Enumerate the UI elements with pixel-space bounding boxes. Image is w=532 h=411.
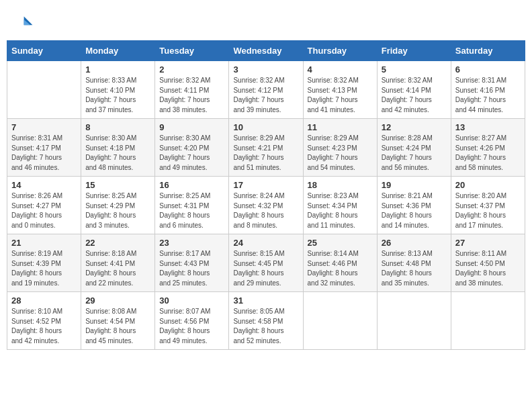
calendar-body: 1Sunrise: 8:33 AM Sunset: 4:10 PM Daylig… <box>7 61 525 350</box>
day-info: Sunrise: 8:17 AM Sunset: 4:43 PM Dayligh… <box>159 249 224 288</box>
logo <box>12 12 36 34</box>
logo-icon <box>12 12 34 34</box>
calendar-cell: 28Sunrise: 8:10 AM Sunset: 4:52 PM Dayli… <box>7 292 81 350</box>
day-number: 13 <box>455 122 521 132</box>
calendar-week-row: 1Sunrise: 8:33 AM Sunset: 4:10 PM Daylig… <box>7 61 525 119</box>
calendar-cell: 16Sunrise: 8:25 AM Sunset: 4:31 PM Dayli… <box>155 177 229 234</box>
day-number: 22 <box>85 238 150 248</box>
day-number: 3 <box>233 64 298 75</box>
calendar-cell: 5Sunrise: 8:32 AM Sunset: 4:14 PM Daylig… <box>377 61 451 119</box>
day-info: Sunrise: 8:25 AM Sunset: 4:31 PM Dayligh… <box>159 191 224 230</box>
calendar-cell: 18Sunrise: 8:23 AM Sunset: 4:34 PM Dayli… <box>303 177 377 234</box>
calendar-header: SundayMondayTuesdayWednesdayThursdayFrid… <box>7 41 525 61</box>
calendar-cell: 9Sunrise: 8:30 AM Sunset: 4:20 PM Daylig… <box>155 119 229 177</box>
day-info: Sunrise: 8:32 AM Sunset: 4:13 PM Dayligh… <box>308 76 373 115</box>
day-of-week-header: Sunday <box>7 41 81 61</box>
calendar-cell: 4Sunrise: 8:32 AM Sunset: 4:13 PM Daylig… <box>303 61 377 119</box>
calendar-cell: 23Sunrise: 8:17 AM Sunset: 4:43 PM Dayli… <box>155 234 229 292</box>
calendar-cell: 30Sunrise: 8:07 AM Sunset: 4:56 PM Dayli… <box>155 292 229 350</box>
page-header <box>0 0 532 40</box>
day-info: Sunrise: 8:24 AM Sunset: 4:32 PM Dayligh… <box>233 191 298 230</box>
calendar-cell: 14Sunrise: 8:26 AM Sunset: 4:27 PM Dayli… <box>7 177 81 234</box>
calendar-table: SundayMondayTuesdayWednesdayThursdayFrid… <box>7 40 525 350</box>
calendar-cell: 20Sunrise: 8:20 AM Sunset: 4:37 PM Dayli… <box>451 177 525 234</box>
day-info: Sunrise: 8:29 AM Sunset: 4:23 PM Dayligh… <box>308 134 373 173</box>
day-number: 25 <box>308 238 373 248</box>
day-number: 12 <box>382 122 447 132</box>
day-of-week-header: Tuesday <box>155 41 229 61</box>
calendar-cell <box>7 61 81 119</box>
calendar-cell: 8Sunrise: 8:30 AM Sunset: 4:18 PM Daylig… <box>81 119 155 177</box>
day-info: Sunrise: 8:31 AM Sunset: 4:17 PM Dayligh… <box>11 134 77 173</box>
calendar-cell: 31Sunrise: 8:05 AM Sunset: 4:58 PM Dayli… <box>229 292 303 350</box>
day-info: Sunrise: 8:30 AM Sunset: 4:18 PM Dayligh… <box>85 134 150 173</box>
calendar-cell: 13Sunrise: 8:27 AM Sunset: 4:26 PM Dayli… <box>451 119 525 177</box>
day-info: Sunrise: 8:32 AM Sunset: 4:11 PM Dayligh… <box>159 76 224 115</box>
day-number: 16 <box>159 180 224 190</box>
day-info: Sunrise: 8:05 AM Sunset: 4:58 PM Dayligh… <box>233 307 298 346</box>
calendar-cell: 19Sunrise: 8:21 AM Sunset: 4:36 PM Dayli… <box>377 177 451 234</box>
calendar-cell: 1Sunrise: 8:33 AM Sunset: 4:10 PM Daylig… <box>81 61 155 119</box>
calendar-cell: 24Sunrise: 8:15 AM Sunset: 4:45 PM Dayli… <box>229 234 303 292</box>
calendar-cell: 26Sunrise: 8:13 AM Sunset: 4:48 PM Dayli… <box>377 234 451 292</box>
day-of-week-header: Wednesday <box>229 41 303 61</box>
day-info: Sunrise: 8:18 AM Sunset: 4:41 PM Dayligh… <box>85 249 150 288</box>
day-number: 1 <box>85 64 150 75</box>
day-number: 21 <box>11 238 77 248</box>
calendar-cell: 7Sunrise: 8:31 AM Sunset: 4:17 PM Daylig… <box>7 119 81 177</box>
day-info: Sunrise: 8:13 AM Sunset: 4:48 PM Dayligh… <box>382 249 447 288</box>
day-number: 28 <box>11 295 77 306</box>
day-number: 15 <box>85 180 150 190</box>
calendar-cell <box>451 292 525 350</box>
day-info: Sunrise: 8:15 AM Sunset: 4:45 PM Dayligh… <box>233 249 298 288</box>
calendar-cell: 10Sunrise: 8:29 AM Sunset: 4:21 PM Dayli… <box>229 119 303 177</box>
day-number: 7 <box>11 122 77 132</box>
calendar-cell: 21Sunrise: 8:19 AM Sunset: 4:39 PM Dayli… <box>7 234 81 292</box>
calendar-cell: 3Sunrise: 8:32 AM Sunset: 4:12 PM Daylig… <box>229 61 303 119</box>
day-number: 8 <box>85 122 150 132</box>
day-number: 5 <box>382 64 447 75</box>
day-info: Sunrise: 8:29 AM Sunset: 4:21 PM Dayligh… <box>233 134 298 173</box>
day-info: Sunrise: 8:25 AM Sunset: 4:29 PM Dayligh… <box>85 191 150 230</box>
calendar-week-row: 14Sunrise: 8:26 AM Sunset: 4:27 PM Dayli… <box>7 177 525 234</box>
day-number: 26 <box>382 238 447 248</box>
day-info: Sunrise: 8:30 AM Sunset: 4:20 PM Dayligh… <box>159 134 224 173</box>
calendar-week-row: 7Sunrise: 8:31 AM Sunset: 4:17 PM Daylig… <box>7 119 525 177</box>
days-of-week-row: SundayMondayTuesdayWednesdayThursdayFrid… <box>7 41 525 61</box>
day-number: 18 <box>308 180 373 190</box>
day-number: 31 <box>233 295 298 306</box>
day-info: Sunrise: 8:26 AM Sunset: 4:27 PM Dayligh… <box>11 191 77 230</box>
day-info: Sunrise: 8:23 AM Sunset: 4:34 PM Dayligh… <box>308 191 373 230</box>
calendar-week-row: 21Sunrise: 8:19 AM Sunset: 4:39 PM Dayli… <box>7 234 525 292</box>
day-of-week-header: Saturday <box>451 41 525 61</box>
day-number: 4 <box>308 64 373 75</box>
day-number: 30 <box>159 295 224 306</box>
calendar-cell: 17Sunrise: 8:24 AM Sunset: 4:32 PM Dayli… <box>229 177 303 234</box>
calendar-week-row: 28Sunrise: 8:10 AM Sunset: 4:52 PM Dayli… <box>7 292 525 350</box>
day-info: Sunrise: 8:32 AM Sunset: 4:12 PM Dayligh… <box>233 76 298 115</box>
day-info: Sunrise: 8:32 AM Sunset: 4:14 PM Dayligh… <box>382 76 447 115</box>
day-info: Sunrise: 8:08 AM Sunset: 4:54 PM Dayligh… <box>85 307 150 346</box>
day-info: Sunrise: 8:11 AM Sunset: 4:50 PM Dayligh… <box>455 249 521 288</box>
day-number: 29 <box>85 295 150 306</box>
day-info: Sunrise: 8:33 AM Sunset: 4:10 PM Dayligh… <box>85 76 150 115</box>
calendar-cell: 2Sunrise: 8:32 AM Sunset: 4:11 PM Daylig… <box>155 61 229 119</box>
day-number: 19 <box>382 180 447 190</box>
day-number: 9 <box>159 122 224 132</box>
day-info: Sunrise: 8:19 AM Sunset: 4:39 PM Dayligh… <box>11 249 77 288</box>
day-number: 14 <box>11 180 77 190</box>
day-number: 23 <box>159 238 224 248</box>
day-info: Sunrise: 8:31 AM Sunset: 4:16 PM Dayligh… <box>455 76 521 115</box>
calendar-cell: 27Sunrise: 8:11 AM Sunset: 4:50 PM Dayli… <box>451 234 525 292</box>
day-number: 27 <box>455 238 521 248</box>
calendar-cell: 6Sunrise: 8:31 AM Sunset: 4:16 PM Daylig… <box>451 61 525 119</box>
calendar-cell: 25Sunrise: 8:14 AM Sunset: 4:46 PM Dayli… <box>303 234 377 292</box>
day-number: 11 <box>308 122 373 132</box>
calendar-cell: 11Sunrise: 8:29 AM Sunset: 4:23 PM Dayli… <box>303 119 377 177</box>
day-number: 24 <box>233 238 298 248</box>
day-number: 6 <box>455 64 521 75</box>
calendar-cell: 12Sunrise: 8:28 AM Sunset: 4:24 PM Dayli… <box>377 119 451 177</box>
day-of-week-header: Monday <box>81 41 155 61</box>
calendar-cell: 22Sunrise: 8:18 AM Sunset: 4:41 PM Dayli… <box>81 234 155 292</box>
day-of-week-header: Friday <box>377 41 451 61</box>
